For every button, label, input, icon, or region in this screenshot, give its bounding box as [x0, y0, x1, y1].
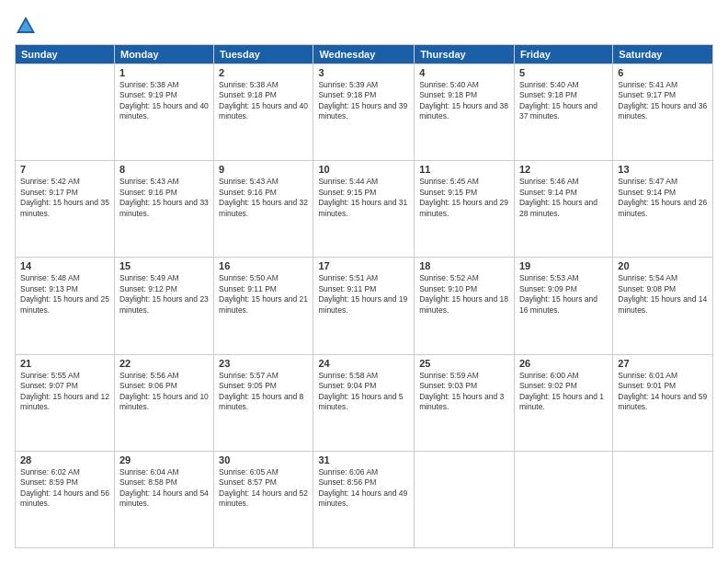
calendar-cell: 16 Sunrise: 5:50 AMSunset: 9:11 PMDaylig…: [214, 258, 313, 354]
calendar-cell: 5 Sunrise: 5:40 AMSunset: 9:18 PMDayligh…: [514, 64, 612, 161]
day-detail: Sunrise: 5:58 AMSunset: 9:04 PMDaylight:…: [318, 371, 409, 413]
day-detail: Sunrise: 5:55 AMSunset: 9:07 PMDaylight:…: [20, 371, 109, 413]
day-detail: Sunrise: 5:49 AMSunset: 9:12 PMDaylight:…: [119, 273, 209, 316]
day-number: 8: [119, 164, 209, 175]
calendar-cell: 24 Sunrise: 5:58 AMSunset: 9:04 PMDaylig…: [313, 354, 415, 451]
calendar-cell: [514, 451, 612, 547]
calendar-table: SundayMondayTuesdayWednesdayThursdayFrid…: [15, 44, 713, 548]
calendar-week-row-1: 1 Sunrise: 5:38 AMSunset: 9:19 PMDayligh…: [16, 64, 713, 161]
calendar-cell: 9 Sunrise: 5:43 AMSunset: 9:16 PMDayligh…: [214, 161, 313, 258]
calendar-cell: 11 Sunrise: 5:45 AMSunset: 9:15 PMDaylig…: [415, 161, 515, 258]
day-number: 18: [419, 260, 509, 271]
day-detail: Sunrise: 5:48 AMSunset: 9:13 PMDaylight:…: [20, 273, 109, 316]
day-detail: Sunrise: 5:59 AMSunset: 9:03 PMDaylight:…: [419, 371, 509, 413]
day-number: 25: [419, 358, 509, 369]
calendar-cell: [415, 451, 515, 547]
day-number: 4: [419, 67, 509, 78]
calendar-cell: 8 Sunrise: 5:43 AMSunset: 9:16 PMDayligh…: [114, 161, 213, 258]
calendar-cell: 25 Sunrise: 5:59 AMSunset: 9:03 PMDaylig…: [415, 354, 515, 451]
calendar-cell: 19 Sunrise: 5:53 AMSunset: 9:09 PMDaylig…: [514, 258, 612, 354]
calendar-cell: 20 Sunrise: 5:54 AMSunset: 9:08 PMDaylig…: [613, 258, 713, 354]
calendar-cell: 17 Sunrise: 5:51 AMSunset: 9:11 PMDaylig…: [313, 258, 415, 354]
calendar-cell: 27 Sunrise: 6:01 AMSunset: 9:01 PMDaylig…: [613, 354, 713, 451]
day-detail: Sunrise: 5:43 AMSunset: 9:16 PMDaylight:…: [119, 177, 209, 219]
day-number: 9: [219, 164, 308, 175]
day-detail: Sunrise: 5:54 AMSunset: 9:08 PMDaylight:…: [618, 273, 708, 316]
calendar-cell: 18 Sunrise: 5:52 AMSunset: 9:10 PMDaylig…: [415, 258, 515, 354]
day-number: 7: [20, 164, 109, 175]
day-number: 1: [119, 67, 209, 78]
day-detail: Sunrise: 5:50 AMSunset: 9:11 PMDaylight:…: [219, 273, 308, 316]
logo: [15, 15, 40, 37]
calendar-week-row-2: 7 Sunrise: 5:42 AMSunset: 9:17 PMDayligh…: [16, 161, 713, 258]
calendar-cell: 26 Sunrise: 6:00 AMSunset: 9:02 PMDaylig…: [514, 354, 612, 451]
day-detail: Sunrise: 5:41 AMSunset: 9:17 PMDaylight:…: [618, 80, 708, 122]
calendar-cell: 30 Sunrise: 6:05 AMSunset: 8:57 PMDaylig…: [214, 451, 313, 547]
calendar-cell: 29 Sunrise: 6:04 AMSunset: 8:58 PMDaylig…: [114, 451, 213, 547]
day-number: 27: [618, 358, 708, 369]
day-detail: Sunrise: 5:46 AMSunset: 9:14 PMDaylight:…: [519, 177, 608, 219]
day-number: 17: [318, 260, 409, 271]
weekday-header-thursday: Thursday: [415, 45, 515, 64]
day-number: 22: [119, 358, 209, 369]
day-detail: Sunrise: 5:40 AMSunset: 9:18 PMDaylight:…: [419, 80, 509, 122]
day-detail: Sunrise: 5:57 AMSunset: 9:05 PMDaylight:…: [219, 371, 308, 413]
calendar-cell: 3 Sunrise: 5:39 AMSunset: 9:18 PMDayligh…: [313, 64, 415, 161]
day-number: 11: [419, 164, 509, 175]
day-detail: Sunrise: 6:05 AMSunset: 8:57 PMDaylight:…: [219, 467, 308, 510]
calendar-cell: 7 Sunrise: 5:42 AMSunset: 9:17 PMDayligh…: [16, 161, 115, 258]
day-detail: Sunrise: 5:43 AMSunset: 9:16 PMDaylight:…: [219, 177, 308, 219]
day-detail: Sunrise: 6:02 AMSunset: 8:59 PMDaylight:…: [20, 467, 109, 510]
day-number: 14: [20, 260, 109, 271]
day-number: 29: [119, 454, 209, 465]
day-detail: Sunrise: 6:04 AMSunset: 8:58 PMDaylight:…: [119, 467, 209, 510]
day-detail: Sunrise: 6:00 AMSunset: 9:02 PMDaylight:…: [519, 371, 608, 413]
logo-icon: [15, 15, 37, 37]
day-detail: Sunrise: 5:38 AMSunset: 9:19 PMDaylight:…: [119, 80, 209, 122]
day-detail: Sunrise: 5:39 AMSunset: 9:18 PMDaylight:…: [318, 80, 409, 122]
weekday-header-friday: Friday: [514, 45, 612, 64]
calendar-cell: [613, 451, 713, 547]
calendar-cell: 13 Sunrise: 5:47 AMSunset: 9:14 PMDaylig…: [613, 161, 713, 258]
calendar-cell: 10 Sunrise: 5:44 AMSunset: 9:15 PMDaylig…: [313, 161, 415, 258]
calendar-week-row-3: 14 Sunrise: 5:48 AMSunset: 9:13 PMDaylig…: [16, 258, 713, 354]
day-detail: Sunrise: 5:44 AMSunset: 9:15 PMDaylight:…: [318, 177, 409, 219]
day-detail: Sunrise: 5:38 AMSunset: 9:18 PMDaylight:…: [219, 80, 308, 122]
day-number: 16: [219, 260, 308, 271]
header: [15, 15, 713, 37]
calendar-cell: 14 Sunrise: 5:48 AMSunset: 9:13 PMDaylig…: [16, 258, 115, 354]
day-number: 15: [119, 260, 209, 271]
day-detail: Sunrise: 6:01 AMSunset: 9:01 PMDaylight:…: [618, 371, 708, 413]
weekday-header-sunday: Sunday: [16, 45, 115, 64]
day-number: 2: [219, 67, 308, 78]
calendar-cell: 28 Sunrise: 6:02 AMSunset: 8:59 PMDaylig…: [16, 451, 115, 547]
page: SundayMondayTuesdayWednesdayThursdayFrid…: [0, 0, 728, 563]
day-detail: Sunrise: 5:52 AMSunset: 9:10 PMDaylight:…: [419, 273, 509, 316]
calendar-cell: 6 Sunrise: 5:41 AMSunset: 9:17 PMDayligh…: [613, 64, 713, 161]
day-number: 3: [318, 67, 409, 78]
day-detail: Sunrise: 6:06 AMSunset: 8:56 PMDaylight:…: [318, 467, 409, 510]
day-detail: Sunrise: 5:53 AMSunset: 9:09 PMDaylight:…: [519, 273, 608, 316]
day-number: 31: [318, 454, 409, 465]
day-number: 19: [519, 260, 608, 271]
calendar-week-row-5: 28 Sunrise: 6:02 AMSunset: 8:59 PMDaylig…: [16, 451, 713, 547]
day-detail: Sunrise: 5:42 AMSunset: 9:17 PMDaylight:…: [20, 177, 109, 219]
calendar-cell: 21 Sunrise: 5:55 AMSunset: 9:07 PMDaylig…: [16, 354, 115, 451]
day-number: 20: [618, 260, 708, 271]
day-number: 10: [318, 164, 409, 175]
calendar-cell: 31 Sunrise: 6:06 AMSunset: 8:56 PMDaylig…: [313, 451, 415, 547]
day-detail: Sunrise: 5:45 AMSunset: 9:15 PMDaylight:…: [419, 177, 509, 219]
calendar-week-row-4: 21 Sunrise: 5:55 AMSunset: 9:07 PMDaylig…: [16, 354, 713, 451]
day-number: 30: [219, 454, 308, 465]
day-detail: Sunrise: 5:40 AMSunset: 9:18 PMDaylight:…: [519, 80, 608, 122]
day-number: 21: [20, 358, 109, 369]
calendar-cell: [16, 64, 115, 161]
day-number: 13: [618, 164, 708, 175]
weekday-header-tuesday: Tuesday: [214, 45, 313, 64]
calendar-cell: 22 Sunrise: 5:56 AMSunset: 9:06 PMDaylig…: [114, 354, 213, 451]
day-number: 24: [318, 358, 409, 369]
day-number: 6: [618, 67, 708, 78]
weekday-header-row: SundayMondayTuesdayWednesdayThursdayFrid…: [16, 45, 713, 64]
day-number: 23: [219, 358, 308, 369]
calendar-cell: 4 Sunrise: 5:40 AMSunset: 9:18 PMDayligh…: [415, 64, 515, 161]
